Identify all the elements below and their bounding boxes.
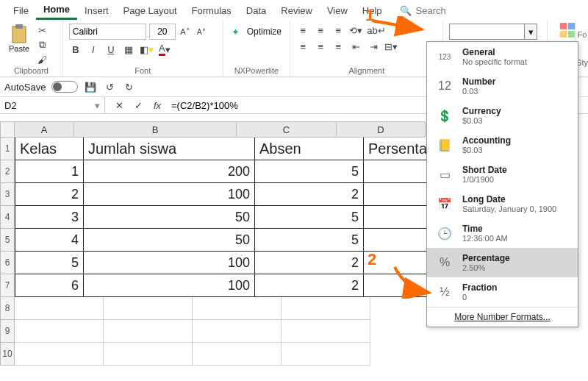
cell[interactable] <box>193 343 282 366</box>
cell[interactable] <box>104 297 193 320</box>
header-cell[interactable]: Jumlah siswa <box>84 138 255 160</box>
number-format-short-date[interactable]: ▭Short Date1/0/1900 <box>427 160 578 189</box>
autosave-toggle[interactable] <box>51 81 78 93</box>
row-header[interactable]: 4 <box>0 206 15 229</box>
number-format-number[interactable]: 12Number0.03 <box>427 71 578 101</box>
number-format-time[interactable]: 🕒Time12:36:00 AM <box>427 218 578 248</box>
cell[interactable]: 5 <box>255 229 364 252</box>
cell[interactable]: 5 <box>255 160 364 183</box>
cell[interactable]: 5 <box>15 252 84 274</box>
cell[interactable]: 2 <box>255 252 364 274</box>
format-painter-icon[interactable]: 🖌 <box>35 53 49 66</box>
align-middle-icon[interactable]: ≡ <box>314 24 327 37</box>
fx-icon[interactable]: fx <box>151 99 164 112</box>
number-format-long-date[interactable]: 📅Long DateSaturday, January 0, 1900 <box>427 189 578 218</box>
cell[interactable] <box>193 320 282 343</box>
enter-formula-icon[interactable]: ✓ <box>132 99 145 112</box>
number-format-fraction[interactable]: ½Fraction0 <box>427 277 578 307</box>
col-header-d[interactable]: D <box>337 121 426 138</box>
number-format-combo[interactable]: ▾ <box>449 24 537 40</box>
cell[interactable]: 6 <box>15 274 84 297</box>
number-format-dropdown-icon[interactable]: ▾ <box>524 24 537 39</box>
cell[interactable] <box>104 320 193 343</box>
cell[interactable]: 2 <box>255 183 364 206</box>
header-cell[interactable]: Kelas <box>15 138 84 160</box>
cell[interactable]: 200 <box>84 160 255 183</box>
cell[interactable]: 50 <box>84 229 255 252</box>
formula-input[interactable] <box>170 99 467 112</box>
tab-view[interactable]: View <box>320 2 355 19</box>
number-format-accounting[interactable]: 📒Accounting$0.03 <box>427 130 578 160</box>
optimize-button[interactable]: Optimize <box>247 26 282 37</box>
more-number-formats[interactable]: More Number Formats... <box>427 307 578 327</box>
cell[interactable]: 100 <box>84 183 255 206</box>
align-right-icon[interactable]: ≡ <box>331 40 345 53</box>
italic-icon[interactable]: I <box>87 43 100 56</box>
row-header[interactable]: 3 <box>0 183 15 206</box>
cell[interactable] <box>15 320 104 343</box>
font-size-input[interactable] <box>149 24 176 40</box>
cell[interactable]: 5 <box>255 206 364 229</box>
paste-button[interactable]: Paste <box>6 24 32 53</box>
row-header[interactable]: 10 <box>0 343 15 366</box>
cell[interactable] <box>193 297 282 320</box>
tab-data[interactable]: Data <box>239 2 273 19</box>
bold-icon[interactable]: B <box>69 43 82 56</box>
col-header-a[interactable]: A <box>15 121 74 138</box>
tab-home[interactable]: Home <box>36 1 77 20</box>
row-header[interactable]: 7 <box>0 274 15 297</box>
select-all-corner[interactable] <box>0 121 15 138</box>
col-header-c[interactable]: C <box>237 121 337 138</box>
redo-icon[interactable]: ↻ <box>122 80 135 93</box>
row-header[interactable]: 5 <box>0 229 15 252</box>
search-input[interactable] <box>415 4 476 17</box>
undo-icon[interactable]: ↺ <box>103 80 116 93</box>
fill-color-icon[interactable]: ◧▾ <box>140 43 154 56</box>
indent-decrease-icon[interactable]: ⇤ <box>349 40 362 53</box>
tab-formulas[interactable]: Formulas <box>184 2 239 19</box>
tab-page-layout[interactable]: Page Layout <box>116 2 184 19</box>
save-icon[interactable]: 💾 <box>84 80 97 93</box>
cell[interactable] <box>282 320 370 343</box>
row-header[interactable]: 8 <box>0 297 15 320</box>
orientation-icon[interactable]: ⟲▾ <box>349 24 362 37</box>
number-format-general[interactable]: 123GeneralNo specific format <box>427 42 578 71</box>
cell[interactable]: 3 <box>15 206 84 229</box>
cell[interactable]: 50 <box>84 206 255 229</box>
align-left-icon[interactable]: ≡ <box>296 40 309 53</box>
cell[interactable] <box>282 343 370 366</box>
row-header[interactable]: 2 <box>0 160 15 183</box>
header-cell[interactable]: Absen <box>255 138 364 160</box>
decrease-font-icon[interactable]: A˅ <box>195 25 208 38</box>
indent-increase-icon[interactable]: ⇥ <box>367 40 380 53</box>
copy-icon[interactable]: ⧉ <box>35 38 49 51</box>
align-center-icon[interactable]: ≡ <box>314 40 327 53</box>
row-header[interactable]: 9 <box>0 320 15 343</box>
tab-review[interactable]: Review <box>273 2 320 19</box>
underline-icon[interactable]: U <box>104 43 118 56</box>
align-bottom-icon[interactable]: ≡ <box>331 24 345 37</box>
cut-icon[interactable]: ✂ <box>35 24 49 37</box>
cell[interactable] <box>15 343 104 366</box>
number-format-currency[interactable]: 💲Currency$0.03 <box>427 101 578 130</box>
font-color-icon[interactable]: A▾ <box>158 43 171 56</box>
align-top-icon[interactable]: ≡ <box>296 24 309 37</box>
row-header[interactable]: 6 <box>0 252 15 274</box>
cell[interactable] <box>104 343 193 366</box>
number-format-percentage[interactable]: %Percentage2.50% <box>427 248 578 277</box>
cell[interactable]: 2 <box>15 183 84 206</box>
cell[interactable] <box>15 297 104 320</box>
tab-file[interactable]: File <box>6 2 36 19</box>
col-header-b[interactable]: B <box>74 121 237 138</box>
borders-icon[interactable]: ▦ <box>122 43 135 56</box>
cell[interactable]: 4 <box>15 229 84 252</box>
cell[interactable]: 100 <box>84 252 255 274</box>
cell[interactable]: 1 <box>15 160 84 183</box>
merge-icon[interactable]: ⊟▾ <box>384 40 398 53</box>
tab-insert[interactable]: Insert <box>77 2 116 19</box>
cancel-formula-icon[interactable]: ✕ <box>112 99 126 112</box>
cell[interactable] <box>282 297 370 320</box>
row-header[interactable]: 1 <box>0 138 15 160</box>
name-box[interactable]: D2▾ <box>0 97 105 113</box>
font-name-input[interactable] <box>69 24 146 40</box>
